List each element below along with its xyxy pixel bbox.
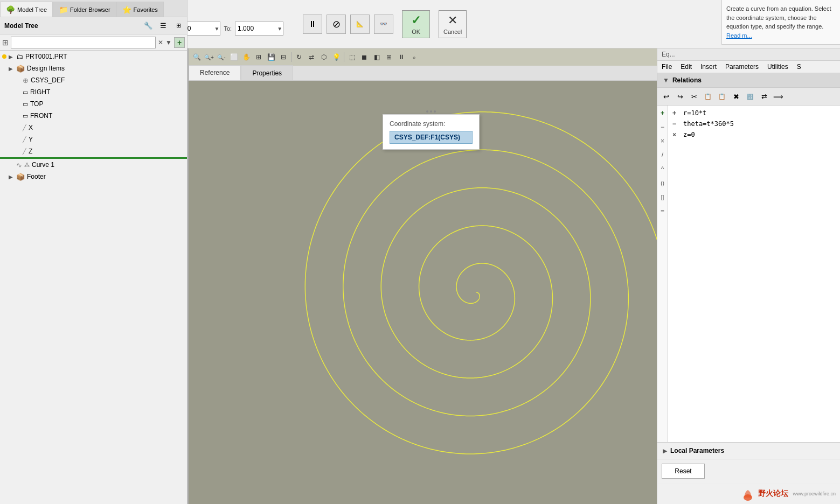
rel-text-2: theta=t*360*5 — [683, 120, 734, 128]
settings-button[interactable]: 🔧 — [142, 19, 155, 32]
view2-button[interactable]: 👓 — [374, 15, 393, 34]
coordinate-system-popup: Coordinate system: CSYS_DEF:F1(CSYS) — [383, 114, 480, 150]
cancel-button[interactable]: ✕ Cancel — [439, 10, 467, 38]
view1-button[interactable]: 📐 — [350, 15, 370, 34]
tree-item-z[interactable]: ▶ ╱ Z — [0, 145, 187, 157]
to-label: To: — [224, 25, 232, 32]
wire-button[interactable]: ⬚ — [346, 51, 358, 63]
properties-tab-label: Properties — [252, 69, 282, 77]
reference-tab[interactable]: Reference — [189, 65, 241, 80]
action-buttons: ⏸ ⊘ 📐 👓 — [303, 15, 393, 34]
view-saved-button[interactable]: 💾 — [265, 51, 277, 63]
format-button[interactable]: 🔢 — [744, 90, 756, 103]
reset-button[interactable]: Reset — [662, 464, 705, 479]
add-filter-button[interactable]: + — [174, 37, 185, 48]
perspective-button[interactable]: ⬡ — [318, 51, 330, 63]
paste-button[interactable]: 📋 — [716, 90, 728, 103]
menu-insert[interactable]: Insert — [700, 63, 717, 71]
undo-button[interactable]: ↩ — [659, 90, 672, 103]
insert-relation-button[interactable]: ⟹ — [772, 90, 785, 103]
tree-item-csys-def[interactable]: ▶ ⊕ CSYS_DEF — [0, 74, 187, 86]
delete-button[interactable]: ✖ — [730, 90, 742, 103]
power-op[interactable]: ^ — [657, 164, 668, 174]
view3-button[interactable]: ⊟ — [277, 51, 289, 63]
tree-item-right[interactable]: ▶ ▭ RIGHT — [0, 86, 187, 98]
rel-op-2: − — [672, 120, 681, 128]
tree-item-footer[interactable]: ▶ 📦 Footer — [0, 171, 187, 183]
menu-s[interactable]: S — [797, 63, 801, 71]
folder-browser-tab[interactable]: 📁 Folder Browser — [53, 2, 116, 17]
flip-button[interactable]: ⇄ — [306, 51, 317, 63]
rectangle-zoom-button[interactable]: ⬜ — [228, 51, 240, 63]
tree-item-prt0001[interactable]: ▶ 🗂 PRT0001.PRT — [0, 51, 187, 62]
columns-button[interactable]: ☰ — [157, 19, 170, 32]
coord-popup-value[interactable]: CSYS_DEF:F1(CSYS) — [390, 131, 473, 144]
watermark-text: 野火论坛 — [758, 489, 788, 499]
bracket-op[interactable]: [] — [657, 192, 668, 202]
expand-button[interactable]: ⊞ — [172, 19, 185, 32]
read-more-link[interactable]: Read m... — [726, 32, 752, 39]
pause-button[interactable]: ⏸ — [303, 15, 322, 34]
arrow-footer: ▶ — [9, 174, 14, 180]
paren-op[interactable]: () — [657, 178, 668, 188]
properties-tab[interactable]: Properties — [241, 65, 293, 80]
tree-item-design-items[interactable]: ▶ 📦 Design Items — [0, 62, 187, 74]
pause-view-button[interactable]: ⏸ — [395, 51, 407, 63]
redo-button[interactable]: ↪ — [674, 90, 686, 103]
watermark-logo: 野火论坛 — [740, 486, 788, 502]
zoom-in-button[interactable]: 🔍+ — [203, 51, 215, 63]
more-button[interactable]: ⬦ — [408, 51, 420, 63]
pan-button[interactable]: ✋ — [240, 51, 252, 63]
multiply-op[interactable]: × — [657, 136, 668, 146]
relations-menubar: File Edit Insert Parameters Utilities S — [657, 61, 840, 73]
model-tree-label: Model Tree — [17, 6, 47, 13]
menu-utilities[interactable]: Utilities — [767, 63, 788, 71]
menu-edit[interactable]: Edit — [681, 63, 692, 71]
cancel-label: Cancel — [443, 29, 462, 35]
shade-button[interactable]: ◼ — [358, 51, 370, 63]
model-tree-tab[interactable]: 🌳 Model Tree — [0, 2, 53, 17]
axis-icon-z: ╱ — [23, 148, 26, 155]
shade2-button[interactable]: ◧ — [371, 51, 383, 63]
lights-button[interactable]: 💡 — [330, 51, 342, 63]
tree-item-front[interactable]: ▶ ▭ FRONT — [0, 110, 187, 122]
filter-clear-icon[interactable]: ✕ — [158, 39, 163, 46]
filter-input[interactable] — [11, 37, 156, 48]
relations-title: Relations — [672, 76, 702, 84]
rotate-button[interactable]: ↻ — [293, 51, 305, 63]
tree-item-x[interactable]: ▶ ╱ X — [0, 122, 187, 134]
rel-op-1: + — [672, 109, 681, 117]
plus-op[interactable]: + — [657, 108, 668, 118]
tree-item-top[interactable]: ▶ ▭ TOP — [0, 98, 187, 110]
local-params-title: Local Parameters — [670, 447, 724, 454]
plane-icon-front: ▭ — [23, 113, 28, 120]
tree-item-y[interactable]: ▶ ╱ Y — [0, 134, 187, 145]
verify-button[interactable]: ⇄ — [758, 90, 770, 103]
filter-bar: ⊞ ✕ ▼ + — [0, 34, 187, 51]
reset-section: Reset — [657, 459, 840, 483]
zoom-out-button[interactable]: 🔍- — [216, 51, 227, 63]
arrow-prt0001: ▶ — [9, 54, 14, 60]
csys-icon: ⊕ — [23, 76, 29, 85]
equals-op[interactable]: = — [657, 206, 668, 216]
favorites-tab[interactable]: ⭐ Favorites — [116, 2, 164, 17]
minus-op[interactable]: − — [657, 122, 668, 132]
coord-popup-label: Coordinate system: — [390, 120, 473, 128]
to-input[interactable] — [235, 22, 283, 36]
zoom-to-fit-button[interactable]: 🔍 — [191, 51, 203, 63]
tree-item-curve1[interactable]: ▶ ∿ ⁂ Curve 1 — [0, 159, 187, 171]
menu-parameters[interactable]: Parameters — [725, 63, 759, 71]
cut-button[interactable]: ✂ — [688, 90, 700, 103]
design-items-icon: 📦 — [16, 65, 25, 73]
copy-button[interactable]: 📋 — [702, 90, 714, 103]
divide-op[interactable]: / — [657, 150, 668, 160]
part-icon: 🗂 — [16, 53, 23, 61]
ok-button[interactable]: ✓ OK — [402, 10, 430, 38]
menu-file[interactable]: File — [662, 63, 672, 71]
footer-icon: 📦 — [16, 173, 25, 181]
display-button[interactable]: ⊞ — [383, 51, 395, 63]
orient-button[interactable]: ⊞ — [253, 51, 265, 63]
filter-arrow-icon[interactable]: ▼ — [165, 39, 172, 46]
relations-text-area[interactable]: + r=10*t − theta=t*360*5 × z=0 — [668, 106, 840, 442]
circle-button[interactable]: ⊘ — [327, 15, 346, 34]
